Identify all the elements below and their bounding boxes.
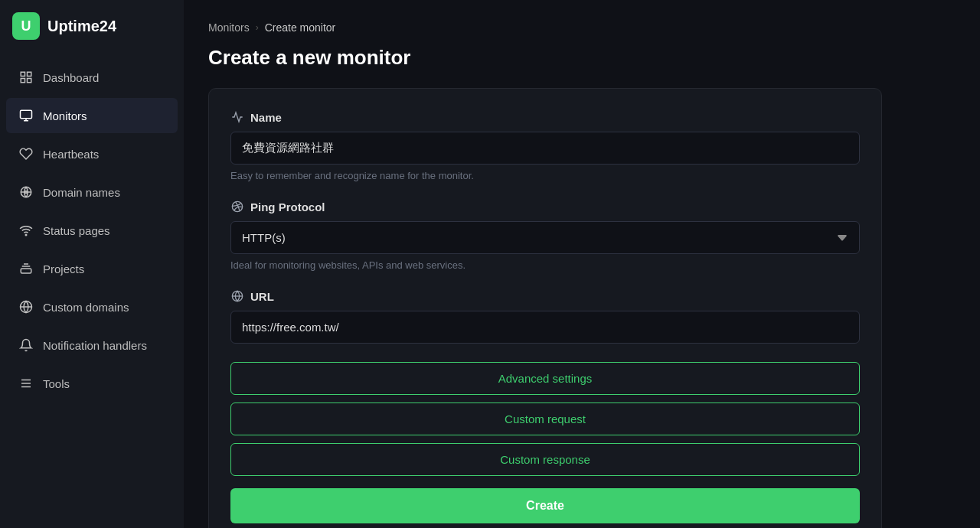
protocol-select[interactable]: HTTP(s)	[230, 221, 860, 254]
sidebar-item-label: Status pages	[43, 224, 110, 237]
svg-rect-1	[28, 72, 31, 76]
name-label: Name	[230, 110, 860, 124]
svg-rect-13	[21, 269, 31, 273]
logo-text: Uptime24	[47, 18, 116, 35]
svg-point-10	[25, 234, 27, 236]
sidebar-item-projects[interactable]: Projects	[6, 251, 178, 286]
sidebar-item-tools[interactable]: Tools	[6, 366, 178, 401]
svg-rect-4	[21, 110, 32, 119]
projects-icon	[18, 261, 34, 276]
svg-rect-0	[21, 72, 24, 76]
breadcrumb-separator: ›	[256, 22, 259, 33]
sidebar-item-heartbeats[interactable]: Heartbeats	[6, 136, 178, 171]
svg-rect-2	[21, 79, 24, 83]
page-title: Create a new monitor	[208, 46, 956, 70]
logo-icon: U	[12, 12, 40, 40]
domains-icon	[18, 184, 34, 200]
sidebar-item-dashboard[interactable]: Dashboard	[6, 60, 178, 95]
wifi-icon	[18, 223, 34, 238]
sidebar-item-label: Notification handlers	[43, 339, 147, 352]
name-section: Name Easy to remember and recognize name…	[230, 110, 860, 181]
name-input[interactable]	[230, 132, 860, 165]
name-icon	[230, 110, 244, 124]
protocol-icon	[230, 200, 244, 213]
sidebar-item-status-pages[interactable]: Status pages	[6, 213, 178, 248]
breadcrumb-parent[interactable]: Monitors	[208, 21, 250, 34]
grid-icon	[18, 70, 34, 85]
monitor-icon	[18, 108, 34, 123]
protocol-label: Ping Protocol	[230, 200, 860, 213]
svg-rect-3	[28, 79, 31, 83]
action-buttons: Advanced settings Custom request Custom …	[230, 362, 860, 523]
globe-small-icon	[230, 289, 244, 303]
logo-area: U Uptime24	[0, 0, 184, 52]
sidebar-item-label: Monitors	[43, 109, 87, 122]
sidebar-item-label: Tools	[43, 377, 70, 390]
bell-icon	[18, 337, 34, 353]
sidebar-item-custom-domains[interactable]: Custom domains	[6, 289, 178, 324]
sidebar-item-label: Domain names	[43, 186, 120, 199]
create-button[interactable]: Create	[230, 488, 860, 523]
main-content: Monitors › Create monitor Create a new m…	[184, 0, 980, 528]
name-hint: Easy to remember and recognize name for …	[230, 170, 860, 181]
sidebar-item-label: Projects	[43, 262, 84, 275]
breadcrumb: Monitors › Create monitor	[208, 21, 956, 34]
custom-response-button[interactable]: Custom response	[230, 443, 860, 476]
sidebar-item-notification-handlers[interactable]: Notification handlers	[6, 328, 178, 363]
sidebar: U Uptime24 Dashboard Monitors Heartbe	[0, 0, 184, 528]
sidebar-item-label: Heartbeats	[43, 148, 99, 161]
advanced-settings-button[interactable]: Advanced settings	[230, 362, 860, 395]
url-section: URL	[230, 289, 860, 344]
url-label: URL	[230, 289, 860, 303]
heart-icon	[18, 146, 34, 161]
sidebar-item-domain-names[interactable]: Domain names	[6, 174, 178, 210]
sidebar-item-label: Custom domains	[43, 301, 129, 314]
url-input[interactable]	[230, 311, 860, 344]
custom-request-button[interactable]: Custom request	[230, 403, 860, 435]
globe-icon	[18, 299, 34, 315]
breadcrumb-current: Create monitor	[265, 21, 336, 34]
create-monitor-card: Name Easy to remember and recognize name…	[208, 88, 882, 528]
protocol-hint: Ideal for monitoring websites, APIs and …	[230, 259, 860, 271]
sidebar-item-label: Dashboard	[43, 71, 99, 84]
sidebar-item-monitors[interactable]: Monitors	[6, 98, 178, 133]
tools-icon	[18, 376, 34, 391]
protocol-section: Ping Protocol HTTP(s) Ideal for monitori…	[230, 200, 860, 271]
